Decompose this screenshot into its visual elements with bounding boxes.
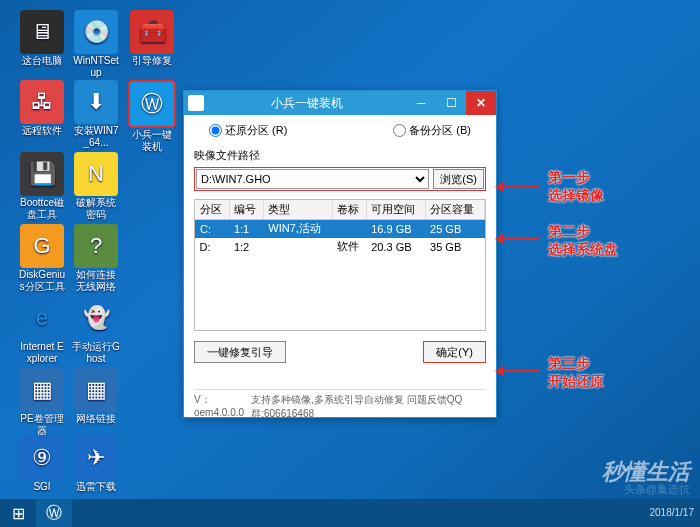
minimize-button[interactable]: ─: [406, 91, 436, 115]
close-button[interactable]: ✕: [466, 91, 496, 115]
desktop-icon[interactable]: ⬇安装WIN7_64...: [72, 80, 120, 149]
desktop-icon[interactable]: ✈迅雷下载: [72, 436, 120, 493]
col-header[interactable]: 编号: [229, 200, 263, 220]
footer-info: 支持多种镜像,多系统引导自动修复 问题反馈QQ群:606616468: [251, 393, 486, 421]
col-header[interactable]: 分区容量: [426, 200, 485, 220]
desktop-icon[interactable]: 🖥这台电脑: [18, 10, 66, 67]
backup-radio[interactable]: 备份分区 (B): [393, 123, 471, 138]
desktop-icon[interactable]: N破解系统密码: [72, 152, 120, 221]
taskbar-app[interactable]: Ⓦ: [36, 499, 72, 527]
step1-label: 第一步选择镜像: [548, 168, 604, 204]
desktop-icon[interactable]: 🖧远程软件: [18, 80, 66, 137]
arrow-step1: [498, 186, 540, 188]
col-header[interactable]: 卷标: [332, 200, 366, 220]
desktop-icon[interactable]: ▦PE卷管理器: [18, 368, 66, 437]
taskbar[interactable]: ⊞ Ⓦ 2018/1/17: [0, 499, 700, 527]
browse-button[interactable]: 浏览(S): [433, 169, 484, 189]
partition-table[interactable]: 分区编号类型卷标可用空间分区容量 C:1:1WIN7,活动16.9 GB25 G…: [194, 199, 486, 331]
start-button[interactable]: ⊞: [0, 499, 36, 527]
restore-radio[interactable]: 还原分区 (R): [209, 123, 287, 138]
ok-button[interactable]: 确定(Y): [423, 341, 486, 363]
col-header[interactable]: 分区: [196, 200, 230, 220]
step3-label: 第三步开始还原: [548, 354, 604, 390]
desktop-icon[interactable]: Ⓦ小兵一键装机: [128, 80, 176, 153]
table-row[interactable]: D:1:2软件20.3 GB35 GB: [196, 238, 485, 256]
col-header[interactable]: 类型: [264, 200, 332, 220]
desktop-icon[interactable]: ▦网络链接: [72, 368, 120, 425]
maximize-button[interactable]: ☐: [436, 91, 466, 115]
arrow-step2: [498, 238, 540, 240]
table-row[interactable]: C:1:1WIN7,活动16.9 GB25 GB: [196, 220, 485, 238]
version-label: V：oem4.0.0.0: [194, 393, 251, 421]
desktop-icon[interactable]: ?如何连接无线网络: [72, 224, 120, 293]
desktop-icon[interactable]: eInternet Explorer: [18, 296, 66, 365]
watermark-sub: 头条@集选抗: [624, 482, 690, 497]
desktop-icon[interactable]: 💾Boottce磁盘工具: [18, 152, 66, 221]
app-icon: [188, 95, 204, 111]
image-path-select[interactable]: D:\WIN7.GHO: [196, 169, 429, 189]
installer-dialog: 小兵一键装机 ─ ☐ ✕ 还原分区 (R) 备份分区 (B) 映像文件路径 D:…: [183, 90, 497, 418]
repair-boot-button[interactable]: 一键修复引导: [194, 341, 286, 363]
desktop-icon[interactable]: GDiskGenius分区工具: [18, 224, 66, 293]
step2-label: 第二步选择系统盘: [548, 222, 618, 258]
desktop-icon[interactable]: ⑨SGI: [18, 436, 66, 493]
col-header[interactable]: 可用空间: [367, 200, 426, 220]
titlebar[interactable]: 小兵一键装机 ─ ☐ ✕: [184, 91, 496, 115]
desktop-icon[interactable]: 💿WinNTSetup: [72, 10, 120, 79]
system-tray[interactable]: 2018/1/17: [650, 507, 701, 519]
desktop-icon[interactable]: 👻手动运行Ghost: [72, 296, 120, 365]
path-label: 映像文件路径: [194, 148, 486, 163]
window-title: 小兵一键装机: [208, 95, 406, 112]
desktop-icon[interactable]: 🧰引导修复: [128, 10, 176, 67]
arrow-step3: [498, 370, 540, 372]
